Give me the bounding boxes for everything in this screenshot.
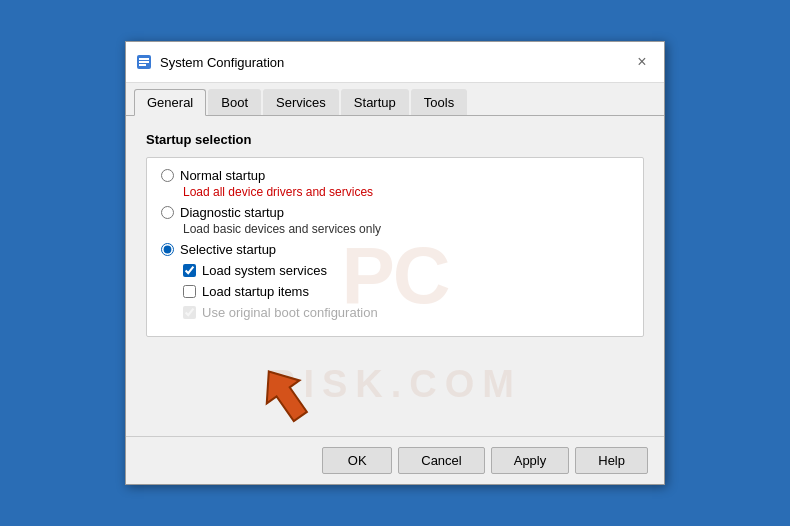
svg-rect-2 xyxy=(139,61,149,63)
tab-tools[interactable]: Tools xyxy=(411,89,467,115)
window-title: System Configuration xyxy=(160,55,630,70)
apply-button[interactable]: Apply xyxy=(491,447,570,474)
window-icon xyxy=(136,54,152,70)
normal-startup-row: Normal startup xyxy=(161,168,629,183)
original-boot-label: Use original boot configuration xyxy=(202,305,378,320)
load-system-services-label: Load system services xyxy=(202,263,327,278)
watermark-domain: RISK.COM xyxy=(126,363,664,406)
startup-options: Normal startup Load all device drivers a… xyxy=(146,157,644,337)
tab-bar: General Boot Services Startup Tools xyxy=(126,83,664,116)
diagnostic-startup-label: Diagnostic startup xyxy=(180,205,284,220)
original-boot-row: Use original boot configuration xyxy=(183,305,629,320)
help-button[interactable]: Help xyxy=(575,447,648,474)
selective-startup-radio[interactable] xyxy=(161,243,174,256)
load-system-services-checkbox[interactable] xyxy=(183,264,196,277)
svg-marker-4 xyxy=(252,360,316,426)
normal-startup-label: Normal startup xyxy=(180,168,265,183)
normal-startup-desc: Load all device drivers and services xyxy=(161,185,629,199)
normal-startup-radio[interactable] xyxy=(161,169,174,182)
tab-startup[interactable]: Startup xyxy=(341,89,409,115)
selective-options: Load system services Load startup items … xyxy=(161,263,629,320)
diagnostic-startup-row: Diagnostic startup xyxy=(161,205,629,220)
tab-content: PC RISK.COM Startup selection Normal sta… xyxy=(126,116,664,436)
ok-button[interactable]: OK xyxy=(322,447,392,474)
original-boot-checkbox[interactable] xyxy=(183,306,196,319)
dialog-footer: OK Cancel Apply Help xyxy=(126,436,664,484)
load-system-services-row: Load system services xyxy=(183,263,629,278)
section-title: Startup selection xyxy=(146,132,644,147)
tab-services[interactable]: Services xyxy=(263,89,339,115)
load-startup-items-label: Load startup items xyxy=(202,284,309,299)
svg-rect-3 xyxy=(139,64,146,66)
load-startup-items-checkbox[interactable] xyxy=(183,285,196,298)
system-config-window: System Configuration × General Boot Serv… xyxy=(125,41,665,485)
title-bar: System Configuration × xyxy=(126,42,664,83)
tab-general[interactable]: General xyxy=(134,89,206,116)
diagnostic-startup-radio[interactable] xyxy=(161,206,174,219)
svg-rect-1 xyxy=(139,58,149,60)
load-startup-items-row: Load startup items xyxy=(183,284,629,299)
close-button[interactable]: × xyxy=(630,50,654,74)
diagnostic-startup-desc: Load basic devices and services only xyxy=(161,222,629,236)
cancel-button[interactable]: Cancel xyxy=(398,447,484,474)
selective-startup-row: Selective startup xyxy=(161,242,629,257)
tab-boot[interactable]: Boot xyxy=(208,89,261,115)
selective-startup-label: Selective startup xyxy=(180,242,276,257)
